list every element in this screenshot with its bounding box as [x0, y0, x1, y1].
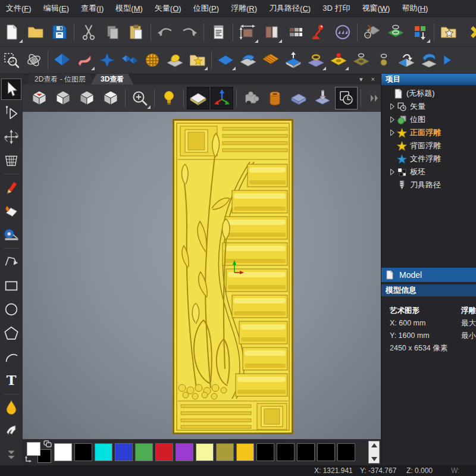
cube-top-red-button[interactable] [28, 87, 51, 109]
cube-front-button[interactable] [52, 87, 74, 109]
slab-box-button[interactable] [287, 87, 310, 109]
polyline-button[interactable] [1, 251, 21, 273]
text-tool-button[interactable]: T [1, 370, 21, 392]
pick-hand-button[interactable] [1, 421, 21, 442]
simulate-clock-button[interactable] [335, 87, 358, 109]
menu-item-4[interactable]: 矢量(O) [149, 0, 187, 17]
tree-item-1[interactable]: 矢量 [381, 100, 476, 113]
warp-mesh-button[interactable] [1, 150, 21, 171]
zoom-select-button[interactable] [1, 49, 22, 71]
dot-ring-button[interactable] [373, 49, 394, 71]
tree-item-0[interactable]: (无标题) [381, 87, 476, 100]
view-tab-3d[interactable]: 3D查看 [91, 74, 133, 84]
color-drop-button[interactable] [1, 397, 21, 418]
ring-emboss-button[interactable] [305, 49, 327, 71]
tree-item-5[interactable]: 文件浮雕 [381, 152, 476, 165]
new-file-button[interactable] [1, 21, 23, 43]
ellipse-button[interactable] [1, 299, 21, 320]
pencil-draw-button[interactable] [1, 177, 21, 198]
trim-cross-button[interactable] [461, 21, 476, 43]
expander-icon[interactable] [389, 102, 397, 111]
palette-swatch-11[interactable] [277, 443, 295, 461]
favorites-folder-button[interactable] [437, 21, 460, 43]
palette-swatch-7[interactable] [196, 443, 214, 461]
palette-swatch-4[interactable] [135, 443, 153, 461]
layer-raise-button[interactable] [283, 49, 304, 71]
tree-item-4[interactable]: 背面浮雕 [381, 139, 476, 152]
rotate-ring-button[interactable] [331, 21, 354, 43]
more-tools-button[interactable] [1, 444, 21, 466]
tree-item-6[interactable]: 板坯 [381, 165, 476, 178]
node-edit-button[interactable] [1, 102, 21, 124]
palette-swatch-13[interactable] [317, 443, 335, 461]
palette-swatch-8[interactable] [216, 443, 234, 461]
default-colors-icon[interactable] [24, 456, 32, 464]
undo-button[interactable] [154, 21, 177, 43]
arc-button[interactable] [1, 346, 21, 368]
notes-button[interactable] [207, 21, 230, 43]
relief-diamond-button[interactable] [51, 49, 73, 71]
tool-cylinder-button[interactable] [264, 87, 286, 109]
spindle-tool-button[interactable] [311, 87, 334, 109]
flat-diamond-button[interactable] [215, 49, 236, 71]
expander-icon[interactable] [389, 115, 397, 124]
pad-emboss-button[interactable] [164, 49, 186, 71]
palette-swatch-3[interactable] [115, 443, 133, 461]
cube-iso-button[interactable] [99, 87, 122, 109]
relief-library-button[interactable] [187, 49, 208, 71]
pyramids-button[interactable] [119, 49, 140, 71]
palette-scrollbar[interactable] [368, 441, 380, 464]
weave-texture-button[interactable] [142, 49, 163, 71]
palette-swatch-12[interactable] [297, 443, 315, 461]
rectangle-button[interactable] [1, 275, 21, 296]
menu-item-8[interactable]: 3D 打印 [317, 0, 356, 17]
redo-button[interactable] [178, 21, 201, 43]
spike-star-button[interactable] [96, 49, 118, 71]
open-folder-button[interactable] [24, 21, 47, 43]
menu-item-3[interactable]: 模型(M) [109, 0, 149, 17]
swap-colors-icon[interactable] [43, 440, 52, 447]
tab-close-icon[interactable]: × [371, 76, 375, 83]
copy-button[interactable] [101, 21, 124, 43]
save-button[interactable] [48, 21, 71, 43]
light-bulb-button[interactable] [158, 87, 180, 109]
tree-item-7[interactable]: 刀具路径 [381, 178, 476, 192]
expander-icon[interactable] [389, 168, 397, 176]
eraser-flame-button[interactable] [1, 201, 21, 222]
select-arrow-button[interactable] [1, 79, 21, 100]
foreground-color-swatch[interactable] [27, 442, 40, 456]
stripe-texture-button[interactable] [260, 49, 281, 71]
sweep-arrow-button[interactable] [396, 49, 417, 71]
tree-item-2[interactable]: 位图 [381, 113, 476, 126]
zoom-in-button[interactable] [129, 87, 151, 109]
3d-viewport[interactable] [23, 112, 381, 439]
palette-swatch-1[interactable] [74, 443, 92, 461]
palette-swatch-0[interactable] [54, 443, 72, 461]
lamp-button[interactable] [308, 21, 330, 43]
flat-shade-button[interactable] [187, 87, 209, 109]
orbit-view-button[interactable] [23, 49, 45, 71]
curve-sheet-button[interactable] [237, 49, 259, 71]
tree-item-3[interactable]: 正面浮雕 [381, 126, 476, 139]
polygon-button[interactable] [1, 322, 21, 344]
dome-hole-button[interactable] [328, 49, 349, 71]
canvas-split-button[interactable] [260, 21, 283, 43]
cut-button[interactable] [77, 21, 100, 43]
ribbon-sweep-button[interactable] [74, 49, 95, 71]
model-bar[interactable]: Model [381, 268, 476, 282]
tab-list-dropdown-icon[interactable]: ▾ [359, 76, 363, 83]
menu-item-0[interactable]: 文件(F) [0, 0, 37, 17]
wrap-sheet-button[interactable] [418, 49, 440, 71]
menu-item-5[interactable]: 位图(P) [187, 0, 225, 17]
menu-item-1[interactable]: 编辑(E) [37, 0, 75, 17]
resize-model-button[interactable] [236, 21, 259, 43]
measure-tape-button[interactable] [1, 224, 21, 246]
menu-item-9[interactable]: 视窗(W) [356, 0, 396, 17]
expander-icon[interactable] [389, 129, 397, 137]
menu-item-10[interactable]: 帮助(H) [396, 0, 434, 17]
palette-swatch-14[interactable] [337, 443, 355, 461]
transform-move-button[interactable] [1, 126, 21, 148]
palette-swatch-5[interactable] [155, 443, 173, 461]
palette-swatch-10[interactable] [256, 443, 274, 461]
menu-item-6[interactable]: 浮雕(R) [225, 0, 263, 17]
